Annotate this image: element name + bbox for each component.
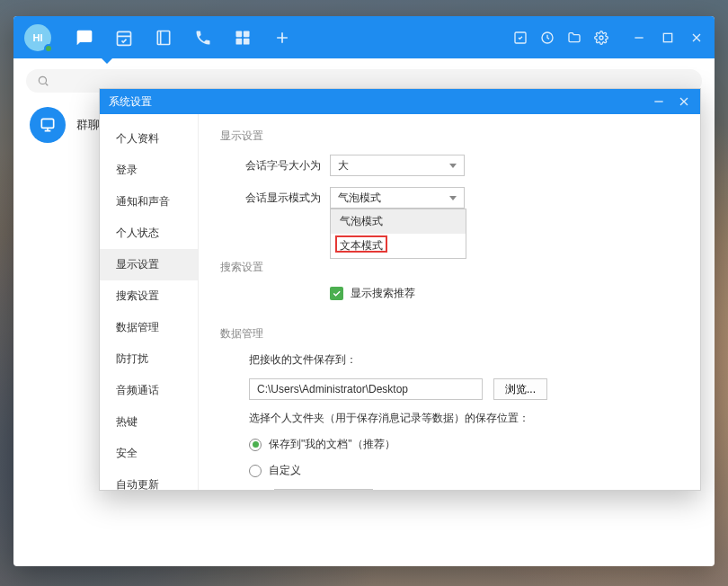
font-size-value: 大 (338, 158, 349, 173)
svg-point-10 (39, 76, 46, 84)
svg-rect-4 (236, 38, 243, 44)
search-icon (37, 75, 49, 87)
svg-rect-0 (118, 31, 131, 45)
nav-update[interactable]: 自动更新 (100, 469, 198, 490)
presence-dot (44, 44, 53, 53)
nav-search[interactable]: 搜索设置 (100, 280, 198, 312)
chat-mode-select[interactable]: 气泡模式 气泡模式 文本模式 (330, 187, 465, 209)
minimize-icon[interactable] (632, 31, 646, 45)
font-size-select[interactable]: 大 (330, 155, 465, 176)
settings-icon[interactable] (594, 31, 608, 45)
save-path-label: 把接收的文件保存到： (249, 352, 357, 368)
chat-mode-label: 会话显示模式为 (220, 191, 321, 206)
settings-close-icon[interactable] (677, 94, 691, 109)
settings-nav: 个人资料 登录 通知和声音 个人状态 显示设置 搜索设置 数据管理 防打扰 音频… (100, 114, 199, 490)
section-search-title: 搜索设置 (220, 260, 679, 275)
nav-profile[interactable]: 个人资料 (100, 123, 198, 155)
show-suggest-label: 显示搜索推荐 (351, 286, 415, 301)
chat-name: 群聊 (76, 117, 100, 133)
chevron-down-icon (449, 196, 457, 200)
chat-mode-option-text[interactable]: 文本模式 (331, 234, 466, 258)
chat-mode-value: 气泡模式 (338, 191, 381, 206)
nav-dnd[interactable]: 防打扰 (100, 343, 198, 375)
apps-tab-icon[interactable] (233, 28, 253, 48)
svg-rect-2 (236, 31, 243, 37)
radio-custom-label: 自定义 (269, 463, 301, 478)
settings-title: 系统设置 (109, 94, 152, 110)
save-path-input[interactable] (249, 378, 483, 400)
settings-minimize-icon[interactable] (652, 94, 666, 109)
nav-notifications[interactable]: 通知和声音 (100, 186, 198, 218)
main-titlebar (13, 16, 715, 58)
chevron-down-icon (449, 164, 457, 168)
add-tab-icon[interactable] (272, 28, 292, 48)
section-display-title: 显示设置 (220, 129, 679, 144)
nav-tabs (75, 28, 292, 48)
notes-tab-icon[interactable] (154, 28, 173, 48)
screenshot-icon[interactable] (513, 31, 528, 45)
nav-data[interactable]: 数据管理 (100, 312, 198, 343)
calendar-tab-icon[interactable] (114, 28, 134, 48)
svg-rect-11 (41, 119, 53, 128)
phone-tab-icon[interactable] (193, 28, 213, 48)
browse-button[interactable]: 浏览... (493, 378, 547, 400)
settings-content: 显示设置 会话字号大小为 大 会话显示模式为 气泡模式 气泡模式 (199, 114, 700, 490)
nav-status[interactable]: 个人状态 (100, 218, 198, 249)
svg-rect-9 (663, 33, 671, 41)
settings-titlebar: 系统设置 (100, 89, 700, 114)
settings-dialog: 系统设置 个人资料 登录 通知和声音 个人状态 显示设置 搜索设置 数据管理 防… (99, 88, 701, 491)
personal-folder-label: 选择个人文件夹（用于保存消息记录等数据）的保存位置： (249, 411, 529, 426)
group-chat-icon (30, 107, 66, 143)
radio-save-docs-label: 保存到"我的文档"（推荐） (269, 437, 395, 452)
svg-point-8 (599, 36, 603, 40)
radio-custom[interactable] (249, 465, 262, 477)
nav-display[interactable]: 显示设置 (100, 249, 198, 280)
chat-tab-icon[interactable] (75, 28, 94, 48)
history-icon[interactable] (540, 31, 555, 45)
nav-audio[interactable]: 音频通话 (100, 375, 198, 406)
maximize-icon[interactable] (661, 31, 675, 45)
nav-login[interactable]: 登录 (100, 155, 198, 186)
section-data-title: 数据管理 (220, 326, 679, 342)
show-suggest-checkbox[interactable] (330, 287, 343, 300)
font-size-label: 会话字号大小为 (220, 158, 321, 173)
open-folder-button[interactable]: 打开个人文件夹 (274, 489, 373, 490)
svg-rect-1 (157, 31, 169, 44)
active-tab-indicator (102, 58, 112, 64)
svg-rect-5 (244, 38, 250, 44)
close-icon[interactable] (689, 31, 704, 45)
chat-mode-dropdown: 气泡模式 文本模式 (330, 209, 466, 259)
folder-icon[interactable] (567, 31, 582, 45)
user-avatar[interactable] (24, 24, 51, 51)
svg-rect-3 (244, 31, 250, 37)
chat-mode-option-bubble[interactable]: 气泡模式 (331, 209, 466, 234)
radio-save-docs[interactable] (249, 439, 262, 451)
nav-security[interactable]: 安全 (100, 438, 198, 469)
nav-hotkeys[interactable]: 热键 (100, 406, 198, 438)
